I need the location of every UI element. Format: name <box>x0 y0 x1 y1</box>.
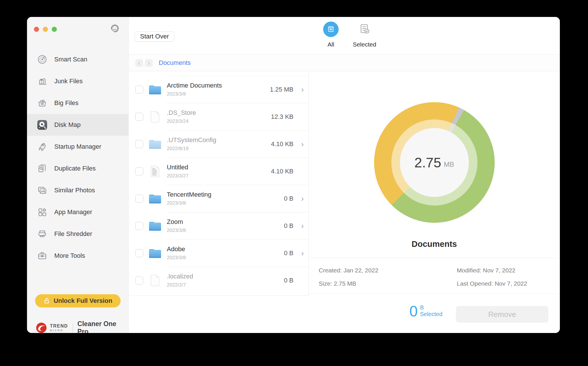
selected-size-unit: B <box>420 304 442 311</box>
window-controls <box>34 27 57 32</box>
row-checkbox[interactable] <box>135 86 143 94</box>
file-size: 4.10 KB <box>271 140 293 148</box>
tab-selected[interactable]: Selected <box>350 21 379 48</box>
content-area: Arctime Documents 2023/3/8 1.25 MB › <box>129 71 560 296</box>
sidebar-item-app-manager[interactable]: App Manager <box>27 201 128 223</box>
sidebar-nav: Smart Scan Junk Files <box>27 49 128 267</box>
unlock-button-label: Unlock Full Version <box>54 297 112 305</box>
file-name: .localized <box>167 273 193 280</box>
sidebar-item-duplicate-files[interactable]: Duplicate Files <box>27 158 128 179</box>
unlock-full-version-button[interactable]: Unlock Full Version <box>35 294 121 307</box>
back-button[interactable]: ‹ <box>135 59 143 67</box>
toolbar: Start Over All <box>129 17 560 55</box>
folder-icon <box>148 247 162 259</box>
list-item[interactable]: Adobe 2023/3/8 0 B › <box>129 239 308 267</box>
chevron-right-icon[interactable]: › <box>293 85 304 94</box>
folder-size: Size: 2.75 MB <box>319 277 457 290</box>
sidebar-item-disk-map[interactable]: Disk Map <box>27 114 128 136</box>
folder-icon <box>148 220 162 232</box>
breadcrumb-bar: ‹ › Documents <box>129 55 560 71</box>
selected-folder-title: Documents <box>309 239 560 249</box>
sidebar-item-junk-files[interactable]: Junk Files <box>27 70 128 92</box>
sidebar-item-label: Disk Map <box>54 121 81 129</box>
chevron-right-icon[interactable]: › <box>293 194 304 203</box>
list-item[interactable]: Arctime Documents 2023/3/8 1.25 MB › <box>129 76 308 103</box>
file-date: 2023/3/8 <box>167 255 186 261</box>
forward-button[interactable]: › <box>145 59 153 67</box>
footer-bar: 0 B Selected Remove <box>129 296 560 333</box>
row-checkbox[interactable] <box>135 167 143 175</box>
sidebar-item-file-shredder[interactable]: File Shredder <box>27 223 128 245</box>
unlock-padlock-icon <box>43 297 50 304</box>
file-date: 2023/3/8 <box>167 228 186 233</box>
selected-size-indicator: 0 B Selected <box>409 304 442 319</box>
chevron-right-icon[interactable]: › <box>293 249 304 258</box>
view-tabs: All <box>317 21 379 48</box>
text-document-icon <box>148 165 162 177</box>
zoom-window-button[interactable] <box>52 27 57 32</box>
row-checkbox[interactable] <box>135 113 143 121</box>
app-window: Smart Scan Junk Files <box>27 17 560 333</box>
file-date: 2023/3/8 <box>167 200 211 206</box>
file-date: 2022/8/19 <box>167 146 216 152</box>
file-size: 0 B <box>284 195 293 202</box>
sidebar-item-label: More Tools <box>54 252 85 260</box>
document-check-icon <box>358 23 371 36</box>
sidebar-item-label: Junk Files <box>54 78 83 85</box>
sidebar-item-smart-scan[interactable]: Smart Scan <box>27 49 128 70</box>
chevron-right-icon[interactable]: › <box>293 140 304 149</box>
product-name: Cleaner One Pro <box>78 320 128 333</box>
list-item[interactable]: .UTSystemConfig 2022/8/19 4.10 KB › <box>129 130 308 158</box>
breadcrumb[interactable]: Documents <box>159 59 191 67</box>
close-window-button[interactable] <box>34 27 39 32</box>
tab-all[interactable]: All <box>317 21 345 48</box>
row-checkbox[interactable] <box>135 140 143 148</box>
chevron-right-icon[interactable]: › <box>293 221 304 231</box>
row-checkbox[interactable] <box>135 249 143 257</box>
row-checkbox[interactable] <box>135 222 143 230</box>
file-list[interactable]: Arctime Documents 2023/3/8 1.25 MB › <box>129 71 309 296</box>
storage-box-icon <box>36 97 48 109</box>
file-size: 12.3 KB <box>271 113 293 121</box>
list-item[interactable]: TencentMeeting 2023/3/8 0 B › <box>129 185 308 212</box>
sidebar-item-more-tools[interactable]: More Tools <box>27 245 128 267</box>
file-name: TencentMeeting <box>167 191 211 198</box>
folder-icon <box>148 193 162 205</box>
minimize-window-button[interactable] <box>43 27 48 32</box>
row-checkbox[interactable] <box>135 276 143 284</box>
list-item[interactable]: Zoom 2023/3/8 0 B › <box>129 212 308 239</box>
donut-center: 2.75 MB <box>400 128 469 197</box>
disk-magnifier-icon <box>36 119 48 131</box>
created-date: Created: Jan 22, 2022 <box>319 264 457 277</box>
brand-divider <box>73 324 73 332</box>
file-date: 2022/2/7 <box>167 282 193 288</box>
list-item[interactable]: Untitled 2023/3/27 4.10 KB › <box>129 158 308 185</box>
support-headset-smiley-icon[interactable] <box>110 24 120 34</box>
sidebar-item-similar-photos[interactable]: Similar Photos <box>27 179 128 201</box>
file-name: Arctime Documents <box>167 82 222 89</box>
duplicate-files-icon <box>36 163 48 174</box>
file-name: .DS_Store <box>167 109 196 117</box>
list-item[interactable]: .localized 2022/2/7 0 B › <box>129 267 308 294</box>
sidebar-item-big-files[interactable]: Big Files <box>27 92 128 114</box>
selected-size-value: 0 <box>409 304 418 319</box>
sidebar-item-label: Big Files <box>54 99 78 107</box>
radar-icon <box>36 54 48 65</box>
start-over-button[interactable]: Start Over <box>135 31 174 42</box>
app-grid-gear-icon <box>36 206 48 218</box>
vacuum-icon <box>36 75 48 87</box>
brand-footer: TRENDMICRO Cleaner One Pro <box>36 320 128 333</box>
remove-button[interactable]: Remove <box>456 306 548 323</box>
modified-date: Modified: Nov 7, 2022 <box>457 264 560 277</box>
disk-usage-donut-chart: 2.75 MB <box>374 102 495 223</box>
row-checkbox[interactable] <box>135 195 143 203</box>
file-date: 2023/3/8 <box>167 91 222 97</box>
trend-micro-wordmark: TRENDMICRO <box>50 324 68 332</box>
desktop-background: Smart Scan Junk Files <box>0 0 588 366</box>
sidebar-item-startup-manager[interactable]: Startup Manager <box>27 136 128 158</box>
briefcase-icon <box>36 250 48 262</box>
sidebar-item-label: File Shredder <box>54 230 92 238</box>
total-size-unit: MB <box>444 160 454 169</box>
list-item[interactable]: .DS_Store 2023/3/24 12.3 KB › <box>129 103 308 130</box>
detail-pane: 2.75 MB Documents Created: Jan 22, 2022 … <box>309 71 560 296</box>
